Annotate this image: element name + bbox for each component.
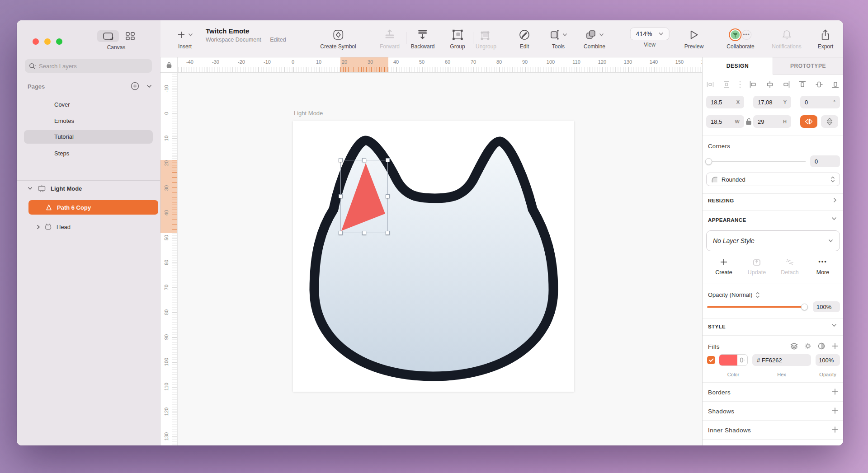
add-fill-icon[interactable] [831, 342, 839, 350]
selection-handle-ne[interactable] [386, 158, 390, 162]
opacity-slider[interactable] [707, 306, 807, 308]
chevron-right-icon[interactable] [37, 225, 40, 229]
sidebar-page-emotes[interactable]: Emotes [24, 114, 153, 128]
selection-handle-n[interactable] [362, 158, 366, 162]
fill-hex-field[interactable]: # FF6262 [752, 354, 811, 366]
corner-type-dropdown[interactable]: Rounded [706, 173, 840, 186]
opacity-slider-thumb[interactable] [801, 304, 808, 310]
tab-design[interactable]: DESIGN [703, 57, 773, 75]
ruler-corner[interactable] [160, 57, 178, 73]
inspector-tabs: DESIGN PROTOTYPE [703, 57, 843, 75]
resizing-section-header[interactable]: RESIZING [708, 198, 734, 203]
selection-handle-s[interactable] [362, 231, 366, 235]
backward-button[interactable]: Backward [411, 28, 435, 50]
add-shadow-icon[interactable] [831, 407, 839, 414]
selection-handle-se[interactable] [386, 231, 390, 235]
ruler-label: 20 [342, 59, 347, 65]
fill-opacity-field[interactable]: 100% [816, 354, 840, 366]
grid-view-button[interactable] [125, 32, 135, 41]
combine-button[interactable]: Combine [584, 28, 605, 50]
zoom-window-button[interactable] [56, 38, 62, 45]
fill-enabled-checkbox[interactable] [707, 356, 715, 364]
preview-button[interactable]: Preview [684, 28, 704, 50]
ruler-label: 80 [163, 305, 170, 319]
group-button[interactable]: Group [450, 28, 465, 50]
sidebar-page-tutorial[interactable]: Tutorial [24, 130, 153, 144]
layer-artboard-light-mode[interactable]: Light Mode [17, 182, 160, 195]
appearance-section-header[interactable]: APPEARANCE [708, 217, 746, 223]
distribute-horizontal-icon[interactable] [706, 80, 714, 89]
close-window-button[interactable] [33, 38, 39, 45]
create-symbol-label: Create Symbol [320, 43, 356, 50]
distribute-vertical-icon[interactable] [722, 80, 731, 89]
collaborate-button[interactable]: ••• Collaborate [726, 28, 754, 50]
selection-box[interactable] [340, 160, 388, 233]
selection-handle-sw[interactable] [339, 231, 343, 235]
minimize-window-button[interactable] [44, 38, 51, 45]
edit-button[interactable]: Edit [519, 28, 530, 50]
search-layers-field[interactable] [25, 59, 152, 73]
align-top-icon[interactable] [798, 80, 807, 89]
align-right-icon[interactable] [782, 80, 790, 89]
style-section-header[interactable]: STYLE [708, 324, 726, 329]
flip-horizontal-button[interactable] [800, 115, 817, 128]
horizontal-ruler[interactable]: -40-30-20-100102030405060708090100110120… [178, 57, 702, 73]
y-position-field[interactable]: 17,08Y [753, 96, 791, 108]
align-middle-vertical-icon[interactable] [815, 80, 823, 89]
chevron-right-icon[interactable] [833, 197, 837, 203]
cat-emote-drawing[interactable] [293, 121, 574, 392]
rotation-field[interactable]: 0° [800, 96, 840, 108]
layer-path-6-copy-selected[interactable]: Path 6 Copy [28, 200, 158, 215]
selection-handle-nw[interactable] [339, 158, 343, 162]
add-page-button[interactable] [131, 82, 139, 90]
tools-button[interactable]: Tools [549, 28, 567, 50]
vertical-ruler[interactable]: -100102030405060708090100110120130 [160, 73, 178, 445]
chevron-down-icon[interactable] [831, 217, 837, 220]
update-icon [743, 258, 770, 266]
opacity-value-field[interactable]: 100% [813, 301, 840, 312]
chevron-down-icon[interactable] [831, 323, 837, 327]
gear-icon[interactable] [804, 342, 811, 350]
layer-group-head[interactable]: Head [17, 220, 160, 234]
search-input[interactable] [39, 63, 129, 70]
x-position-field[interactable]: 18,5X [706, 96, 744, 108]
forward-button: Forward [380, 28, 400, 50]
tab-prototype[interactable]: PROTOTYPE [773, 57, 843, 75]
create-style-button[interactable]: Create [710, 258, 737, 276]
corners-slider[interactable] [707, 161, 806, 162]
zoom-level-dropdown[interactable]: 414% [630, 28, 670, 40]
artboard-label[interactable]: Light Mode [294, 110, 323, 117]
align-center-horizontal-icon[interactable] [766, 80, 774, 89]
align-bottom-icon[interactable] [831, 80, 840, 89]
lock-ratio-icon[interactable] [745, 117, 752, 125]
artboard-light-mode[interactable]: Light Mode [293, 121, 574, 392]
align-left-icon[interactable] [749, 80, 757, 89]
collapse-pages-icon[interactable] [146, 84, 152, 88]
width-field[interactable]: 18,5W [706, 115, 744, 128]
blend-mode-icon[interactable] [818, 342, 825, 350]
add-border-icon[interactable] [831, 388, 839, 395]
fill-color-swatch[interactable] [719, 354, 748, 366]
opacity-control-label[interactable]: Opacity (Normal) [708, 291, 760, 298]
sidebar-page-steps[interactable]: Steps [24, 147, 153, 160]
corners-slider-thumb[interactable] [705, 158, 712, 165]
cat-head-layer-icon [44, 223, 52, 230]
canvas-view-button[interactable] [97, 30, 119, 42]
canvas[interactable]: Light Mode [178, 73, 702, 445]
fill-presets-icon[interactable] [790, 342, 798, 350]
more-styles-button[interactable]: ••• More [809, 258, 836, 276]
chevron-down-icon[interactable] [28, 187, 33, 190]
create-symbol-button[interactable]: Create Symbol [320, 28, 356, 50]
corners-value-field[interactable]: 0 [810, 155, 840, 167]
export-button[interactable]: Export [818, 28, 834, 50]
add-inner-shadow-icon[interactable] [831, 426, 839, 433]
insert-button[interactable]: Insert [177, 28, 193, 50]
height-field[interactable]: 29H [753, 115, 791, 128]
search-icon [29, 63, 36, 70]
sidebar-page-cover[interactable]: Cover [24, 98, 153, 112]
selection-handle-e[interactable] [386, 194, 390, 198]
layer-style-dropdown[interactable]: No Layer Style [706, 230, 840, 251]
view-mode-toggle: Canvas [97, 30, 135, 51]
selection-handle-w[interactable] [339, 194, 343, 198]
flip-vertical-button[interactable] [821, 115, 838, 128]
